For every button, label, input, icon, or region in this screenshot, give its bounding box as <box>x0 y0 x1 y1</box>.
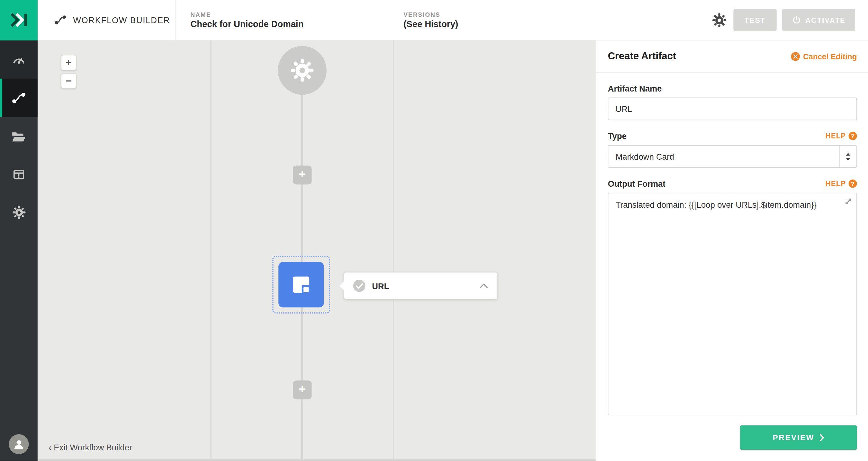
artifact-name-label: Artifact Name <box>608 84 662 93</box>
type-help-link[interactable]: HELP ? <box>826 132 857 140</box>
panel-title: Create Artifact <box>608 51 676 62</box>
add-step-button[interactable]: + <box>293 166 312 184</box>
top-bar: WORKFLOW BUILDER NAME Check for Unicode … <box>0 0 868 40</box>
workflow-canvas[interactable]: + − + URL <box>38 40 596 461</box>
panel-body: Artifact Name Type HELP ? Markdown Card … <box>596 84 868 417</box>
activate-label: ACTIVATE <box>805 16 845 24</box>
canvas-grid-line <box>393 40 394 461</box>
type-selected-value: Markdown Card <box>615 152 674 161</box>
main-sidebar <box>0 40 38 461</box>
exit-workflow-builder-link[interactable]: ‹ Exit Workflow Builder <box>49 443 132 452</box>
name-label: NAME <box>191 11 404 18</box>
settings-gear-button[interactable] <box>712 12 727 27</box>
user-avatar[interactable] <box>9 435 29 455</box>
workflow-icon <box>54 15 66 25</box>
canvas-grid-line <box>210 40 212 461</box>
node-callout[interactable]: URL <box>344 272 497 299</box>
activate-button[interactable]: ACTIVATE <box>782 9 855 31</box>
workflow-name-block: NAME Check for Unicode Domain <box>191 11 404 29</box>
question-circle-icon: ? <box>848 132 857 140</box>
cancel-editing-label: Cancel Editing <box>803 52 857 60</box>
type-label: Type <box>608 132 627 141</box>
app-title: WORKFLOW BUILDER <box>73 15 170 25</box>
output-format-label: Output Format <box>608 179 665 188</box>
workflow-icon <box>11 91 26 104</box>
folder-icon <box>11 130 26 142</box>
question-circle-icon: ? <box>848 179 857 188</box>
selected-node-outline <box>272 256 330 313</box>
help-label: HELP <box>826 132 846 140</box>
cancel-editing-button[interactable]: Cancel Editing <box>791 52 857 60</box>
output-format-help-link[interactable]: HELP ? <box>826 179 857 188</box>
expand-icon[interactable] <box>844 197 852 205</box>
app-title-block: WORKFLOW BUILDER <box>38 0 176 40</box>
zoom-controls: + − <box>61 55 76 88</box>
versions-block: VERSIONS (See History) <box>404 11 458 29</box>
artifact-card-icon <box>290 273 313 296</box>
artifact-node[interactable] <box>278 262 324 308</box>
sidebar-item-dashboard[interactable] <box>0 40 38 79</box>
brand-logo-icon <box>8 9 30 31</box>
zoom-out-button[interactable]: − <box>61 73 76 88</box>
power-icon <box>792 16 801 24</box>
zoom-in-button[interactable]: + <box>61 55 76 70</box>
brand-logo[interactable] <box>0 0 38 40</box>
workflow-builder-app: WORKFLOW BUILDER NAME Check for Unicode … <box>0 0 868 461</box>
add-step-button[interactable]: + <box>293 380 312 399</box>
see-history-link[interactable]: (See History) <box>404 19 458 29</box>
preview-button[interactable]: PREVIEW <box>740 426 857 450</box>
sidebar-item-jobs[interactable] <box>0 155 38 193</box>
versions-label: VERSIONS <box>404 11 458 18</box>
gear-icon <box>12 206 26 220</box>
node-label: URL <box>372 281 473 290</box>
workflow-name: Check for Unicode Domain <box>191 19 404 29</box>
type-select[interactable]: Markdown Card <box>608 145 857 168</box>
artifact-name-input[interactable] <box>608 97 857 120</box>
check-circle-icon <box>353 280 365 292</box>
trigger-node[interactable] <box>278 46 327 94</box>
create-artifact-panel: Create Artifact Cancel Editing Artifact … <box>596 40 868 461</box>
select-arrows-icon <box>839 146 856 167</box>
gear-icon <box>290 58 314 82</box>
panel-header: Create Artifact Cancel Editing <box>596 40 868 73</box>
sidebar-item-plugins[interactable] <box>0 117 38 155</box>
preview-label: PREVIEW <box>773 433 814 442</box>
person-icon <box>12 438 26 451</box>
canvas-scrollbar[interactable] <box>38 459 596 461</box>
sidebar-item-workflows[interactable] <box>0 79 38 117</box>
sidebar-item-settings[interactable] <box>0 193 38 232</box>
jobs-icon <box>12 168 26 181</box>
gear-icon <box>712 12 727 27</box>
gauge-icon <box>11 52 26 66</box>
cancel-circle-icon <box>791 52 800 60</box>
output-format-textarea[interactable]: Translated domain: {{[Loop over URLs].$i… <box>608 193 857 415</box>
help-label: HELP <box>826 179 846 188</box>
chevron-right-icon <box>819 434 824 441</box>
test-button[interactable]: TEST <box>733 9 777 31</box>
chevron-up-icon[interactable] <box>479 283 488 289</box>
